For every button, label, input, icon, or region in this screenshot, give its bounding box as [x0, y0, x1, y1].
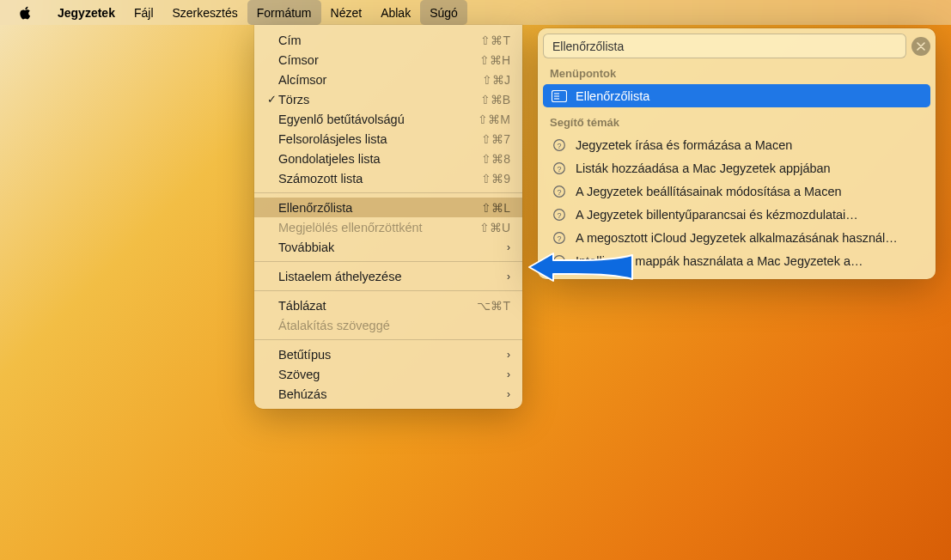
svg-text:?: ? — [557, 234, 561, 242]
menu-result-icon — [552, 88, 567, 104]
help-pointer-arrow-icon — [527, 252, 635, 283]
help-topic-icon: ? — [552, 137, 567, 153]
help-topic-icon: ? — [552, 161, 567, 176]
menu-item-mark-checked: Megjelölés ellenőrzöttként ⇧⌘U — [254, 217, 522, 237]
menubar-item-file[interactable]: Fájl — [125, 0, 163, 25]
chevron-right-icon: › — [498, 388, 510, 400]
chevron-right-icon: › — [498, 241, 510, 253]
menu-item-bulleted-list[interactable]: Felsorolásjeles lista ⇧⌘7 — [254, 129, 522, 149]
menubar-item-edit[interactable]: Szerkesztés — [163, 0, 247, 25]
menubar-item-format[interactable]: Formátum — [247, 0, 321, 25]
svg-text:?: ? — [557, 187, 561, 196]
menu-item-indent[interactable]: Behúzás › — [254, 384, 522, 404]
menu-item-body[interactable]: ✓ Törzs ⇧⌘B — [254, 89, 522, 109]
menubar-item-view[interactable]: Nézet — [321, 0, 372, 25]
menu-item-dashed-list[interactable]: Gondolatjeles lista ⇧⌘8 — [254, 149, 522, 168]
menu-item-title[interactable]: Cím ⇧⌘T — [254, 30, 522, 50]
menu-item-subheading[interactable]: Alcímsor ⇧⌘J — [254, 70, 522, 89]
menu-item-text[interactable]: Szöveg › — [254, 364, 522, 384]
help-search-input[interactable] — [543, 33, 906, 58]
help-topic-icon: ? — [552, 230, 567, 246]
menubar-item-help[interactable]: Súgó — [420, 0, 467, 25]
chevron-right-icon: › — [498, 368, 510, 380]
menubar-item-window[interactable]: Ablak — [371, 0, 420, 25]
help-topic-icon: ? — [552, 184, 567, 199]
help-menu-items-header: Menüpontok — [543, 58, 930, 84]
menu-item-more[interactable]: Továbbiak › — [254, 237, 522, 257]
menu-item-convert-to-text: Átalakítás szöveggé — [254, 315, 522, 335]
menu-separator — [254, 261, 522, 262]
menu-separator — [254, 290, 522, 291]
menu-separator — [254, 192, 522, 193]
help-topic-icon: ? — [552, 207, 567, 222]
menu-item-monospaced[interactable]: Egyenlő betűtávolságú ⇧⌘M — [254, 109, 522, 129]
svg-text:?: ? — [557, 164, 561, 173]
menubar: Jegyzetek Fájl Szerkesztés Formátum Néze… — [0, 0, 951, 25]
help-topic-item[interactable]: ? A megosztott iCloud Jegyzetek alkalmaz… — [543, 226, 930, 249]
menu-item-move-list-item[interactable]: Listaelem áthelyezése › — [254, 266, 522, 286]
menu-item-heading[interactable]: Címsor ⇧⌘H — [254, 50, 522, 70]
svg-text:?: ? — [557, 141, 561, 149]
menu-item-table[interactable]: Táblázat ⌥⌘T — [254, 295, 522, 315]
apple-menu-icon[interactable] — [19, 6, 33, 20]
menu-item-font[interactable]: Betűtípus › — [254, 344, 522, 364]
clear-search-button[interactable] — [911, 37, 930, 56]
menu-separator — [254, 339, 522, 340]
check-icon: ✓ — [265, 93, 278, 106]
help-menu-item-checklist[interactable]: Ellenőrzőlista — [543, 84, 930, 107]
chevron-right-icon: › — [498, 349, 510, 361]
chevron-right-icon: › — [498, 271, 510, 283]
menubar-app-name[interactable]: Jegyzetek — [48, 0, 125, 25]
help-topic-item[interactable]: ? A Jegyzetek billentyűparancsai és kézm… — [543, 203, 930, 226]
svg-text:?: ? — [557, 210, 561, 219]
help-topic-item[interactable]: ? A Jegyzetek beállításainak módosítása … — [543, 180, 930, 203]
help-topic-item[interactable]: ? Jegyzetek írása és formázása a Macen — [543, 133, 930, 156]
format-menu-dropdown: Cím ⇧⌘T Címsor ⇧⌘H Alcímsor ⇧⌘J ✓ Törzs … — [254, 25, 522, 409]
menu-item-numbered-list[interactable]: Számozott lista ⇧⌘9 — [254, 168, 522, 188]
help-search-popover: Menüpontok Ellenőrzőlista Segítő témák ?… — [538, 28, 936, 279]
help-topics-header: Segítő témák — [543, 107, 930, 133]
help-topic-item[interactable]: ? Listák hozzáadása a Mac Jegyzetek appj… — [543, 156, 930, 180]
menu-item-checklist[interactable]: Ellenőrzőlista ⇧⌘L — [254, 198, 522, 217]
